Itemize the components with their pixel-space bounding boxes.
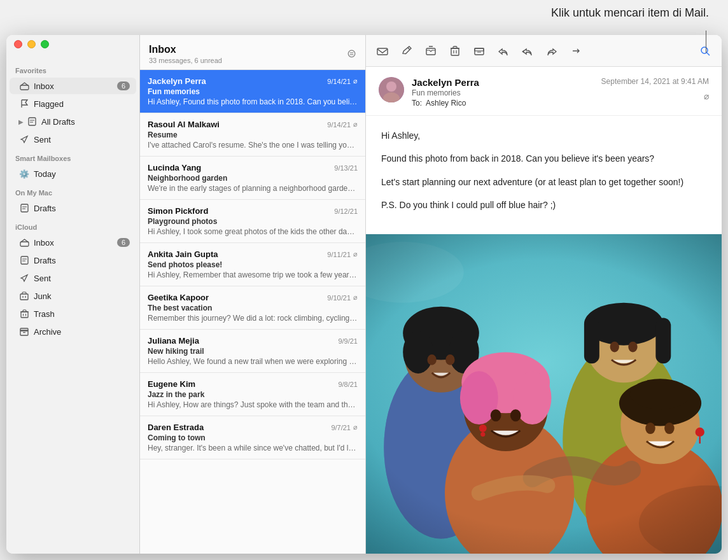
svg-rect-7 bbox=[20, 242, 29, 246]
email-date: 9/14/21 ⌀ bbox=[327, 120, 358, 129]
search-button[interactable] bbox=[696, 42, 714, 60]
email-preview: Hi Ashley, Found this photo from back in… bbox=[148, 97, 358, 106]
body-line-1: Found this photo from back in 2018. Can … bbox=[381, 151, 706, 165]
attachment-icon: ⌀ bbox=[353, 293, 358, 302]
email-item-4[interactable]: Simon Pickford 9/12/21 Playground photos… bbox=[140, 200, 365, 243]
sidebar-item-label: Inbox bbox=[34, 81, 117, 91]
sidebar-item-label: Archive bbox=[34, 327, 130, 337]
svg-rect-8 bbox=[21, 256, 28, 264]
sidebar-item-all-drafts[interactable]: ▶ All Drafts bbox=[10, 113, 136, 130]
email-sender: Lucinda Yang bbox=[148, 163, 201, 172]
email-sender: Simon Pickford bbox=[148, 206, 208, 216]
attachment-indicator: ⌀ bbox=[704, 91, 709, 101]
svg-rect-1 bbox=[29, 118, 36, 125]
attachment-icon: ⌀ bbox=[353, 77, 358, 85]
gear-icon: ⚙️ bbox=[18, 168, 30, 179]
svg-rect-14 bbox=[21, 312, 28, 318]
email-sender: Juliana Mejia bbox=[148, 336, 199, 346]
svg-rect-19 bbox=[20, 328, 28, 331]
sidebar-item-inbox-icloud[interactable]: Inbox 6 bbox=[10, 234, 136, 251]
svg-line-32 bbox=[707, 53, 710, 55]
drafts-icloud-icon bbox=[18, 255, 30, 266]
inbox-badge: 6 bbox=[117, 81, 130, 90]
sidebar-item-label: Inbox bbox=[34, 238, 117, 248]
avatar bbox=[379, 77, 404, 102]
email-preview: Hi Ashley, Remember that awesome trip we… bbox=[148, 270, 358, 279]
email-date: 9/14/21 ⌀ bbox=[327, 77, 358, 85]
svg-rect-29 bbox=[475, 48, 484, 51]
email-item-9[interactable]: Daren Estrada 9/7/21 ⌀ Coming to town He… bbox=[140, 416, 365, 459]
email-item-7[interactable]: Juliana Mejia 9/9/21 New hiking trail He… bbox=[140, 330, 365, 373]
sidebar-section-smart: Smart Mailboxes bbox=[6, 148, 139, 165]
email-sender: Geetika Kapoor bbox=[148, 293, 209, 302]
svg-rect-0 bbox=[20, 85, 29, 90]
maximize-button[interactable] bbox=[41, 40, 49, 48]
attachment-icon: ⌀ bbox=[353, 120, 358, 129]
sidebar-item-sent[interactable]: Sent bbox=[10, 131, 136, 148]
email-subject: Jazz in the park bbox=[148, 390, 358, 399]
email-date: 9/10/21 ⌀ bbox=[327, 293, 358, 302]
email-item-8[interactable]: Eugene Kim 9/8/21 Jazz in the park Hi As… bbox=[140, 373, 365, 416]
email-date: 9/9/21 bbox=[338, 337, 358, 345]
junk-button[interactable] bbox=[470, 42, 488, 60]
sidebar-item-archive[interactable]: Archive bbox=[10, 323, 136, 340]
email-sender: Jackelyn Perra bbox=[148, 76, 206, 86]
email-subject: Coming to town bbox=[148, 433, 358, 442]
inbox-icon bbox=[18, 80, 30, 92]
to-label: To: bbox=[412, 99, 422, 108]
reply-button[interactable] bbox=[494, 42, 512, 60]
minimize-button[interactable] bbox=[27, 40, 36, 48]
email-item-5[interactable]: Ankita Jain Gupta 9/11/21 ⌀ Send photos … bbox=[140, 243, 365, 286]
email-photo-attachment bbox=[366, 234, 722, 554]
sent-icon bbox=[18, 134, 30, 145]
svg-rect-28 bbox=[475, 48, 484, 55]
sidebar-item-sent-icloud[interactable]: Sent bbox=[10, 270, 136, 286]
forward-button[interactable] bbox=[543, 42, 561, 60]
compose-button[interactable] bbox=[398, 42, 416, 60]
reply-all-button[interactable] bbox=[519, 42, 536, 60]
svg-rect-4 bbox=[21, 204, 28, 212]
email-list-pane: Inbox 33 messages, 6 unread ⊜ Jackelyn P… bbox=[140, 35, 366, 554]
sidebar-item-today[interactable]: ⚙️ Today bbox=[10, 165, 136, 182]
email-subject: Playground photos bbox=[148, 217, 358, 226]
email-subject: The best vacation bbox=[148, 304, 358, 312]
more-button[interactable] bbox=[567, 42, 585, 60]
sidebar-section-favorites: Favorites bbox=[6, 60, 139, 77]
attachment-icon: ⌀ bbox=[353, 423, 358, 431]
email-subject: Neighborhood garden bbox=[148, 174, 358, 183]
inbox-icloud-badge: 6 bbox=[117, 238, 130, 247]
email-header: Jackelyn Perra Fun memories To: Ashley R… bbox=[366, 67, 722, 116]
chevron-right-icon: ▶ bbox=[18, 118, 24, 125]
sidebar-item-inbox-fav[interactable]: Inbox 6 bbox=[10, 78, 136, 94]
delete-button[interactable] bbox=[446, 42, 464, 60]
sidebar-item-trash[interactable]: Trash bbox=[10, 305, 136, 322]
email-to: To: Ashley Rico bbox=[412, 99, 594, 108]
email-item-3[interactable]: Lucinda Yang 9/13/21 Neighborhood garden… bbox=[140, 157, 365, 200]
body-greeting: Hi Ashley, bbox=[381, 129, 706, 143]
email-body: Hi Ashley, Found this photo from back in… bbox=[366, 116, 722, 234]
email-meta: Jackelyn Perra Fun memories To: Ashley R… bbox=[412, 77, 594, 108]
svg-point-31 bbox=[701, 47, 708, 53]
sidebar-item-drafts-mac[interactable]: Drafts bbox=[10, 200, 136, 216]
new-message-button[interactable] bbox=[374, 42, 391, 60]
email-item-1[interactable]: Jackelyn Perra 9/14/21 ⌀ Fun memories Hi… bbox=[140, 70, 365, 113]
email-item-2[interactable]: Rasoul Al Malkawi 9/14/21 ⌀ Resume I've … bbox=[140, 113, 365, 157]
sidebar-item-label: Sent bbox=[34, 135, 130, 144]
email-subject: Resume bbox=[148, 130, 358, 139]
junk-icon bbox=[18, 290, 30, 302]
email-sender: Ankita Jain Gupta bbox=[148, 249, 218, 259]
sidebar-item-junk[interactable]: Junk bbox=[10, 288, 136, 304]
body-line-2: Let's start planning our next adventure … bbox=[381, 175, 706, 189]
move-button[interactable] bbox=[422, 42, 440, 60]
email-sender: Daren Estrada bbox=[148, 423, 204, 432]
svg-rect-21 bbox=[377, 48, 388, 55]
sidebar-item-flagged[interactable]: Flagged bbox=[10, 95, 136, 112]
email-item-6[interactable]: Geetika Kapoor 9/10/21 ⌀ The best vacati… bbox=[140, 286, 365, 330]
inbox-count: 33 messages, 6 unread bbox=[149, 57, 222, 64]
close-button[interactable] bbox=[14, 40, 22, 48]
filter-button[interactable]: ⊜ bbox=[347, 46, 356, 60]
email-timestamp: September 14, 2021 at 9:41 AM bbox=[601, 77, 709, 86]
email-sender: Rasoul Al Malkawi bbox=[148, 120, 220, 129]
sidebar-item-label: Sent bbox=[34, 274, 130, 283]
sidebar-item-drafts-icloud[interactable]: Drafts bbox=[10, 252, 136, 269]
